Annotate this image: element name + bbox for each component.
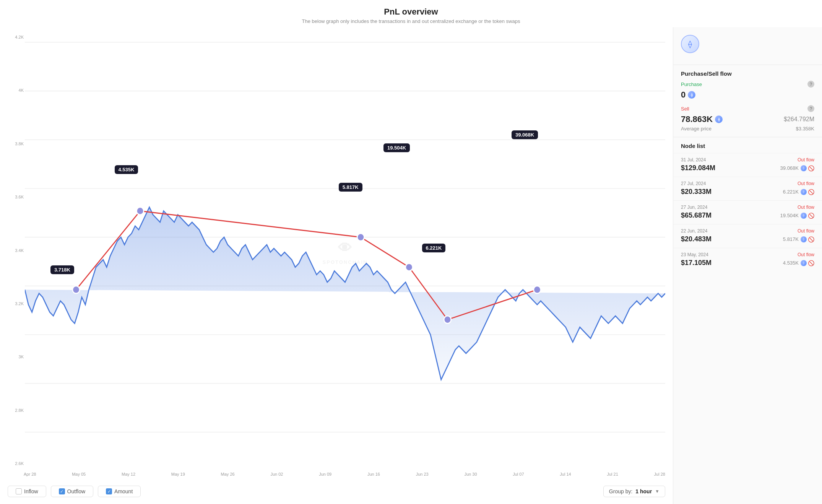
purchase-help-icon[interactable]: ?	[807, 81, 814, 88]
x-label-0: Apr 28	[24, 472, 36, 476]
avg-price-value: $3.358K	[796, 126, 814, 132]
node-date-3: 22 Jun, 2024	[681, 228, 707, 234]
node-list-section: Node list 31 Jul, 2024 Out flow $129.084…	[673, 137, 822, 272]
y-label-32k: 3.2K	[15, 301, 24, 306]
x-label-5: Jun 02	[270, 472, 283, 476]
chart-section: 4.2K 4K 3.8K 3.6K 3.4K 3.2K 3K 2.8K 2.6K	[0, 27, 673, 504]
node-item-header-0: 31 Jul, 2024 Out flow	[681, 157, 814, 163]
y-label-38k: 3.8K	[15, 141, 24, 146]
node-amount-3: $20.483M	[681, 235, 712, 243]
y-label-3k: 3K	[19, 354, 24, 359]
node-date-4: 23 May, 2024	[681, 252, 708, 257]
right-sidebar: ⟠ Purchase/Sell flow Purchase ? 0 ⟠ Sell…	[673, 27, 822, 504]
inflow-toggle[interactable]: Inflow	[8, 486, 46, 497]
x-label-1: May 05	[72, 472, 86, 476]
node-item-bottom-4: $17.105M 4.535K⟠ 🚫	[681, 259, 814, 267]
page-title: PnL overview	[0, 7, 822, 17]
x-label-13: Jul 28	[654, 472, 665, 476]
chart-controls: Inflow ✓ Outflow ✓ Amount Group by: 1 ho…	[4, 481, 669, 500]
sell-value-row: 78.863K ⟠ $264.792M	[681, 114, 814, 124]
node-item-header-4: 23 May, 2024 Out flow	[681, 252, 814, 257]
y-axis-labels: 4.2K 4K 3.8K 3.6K 3.4K 3.2K 3K 2.8K 2.6K	[8, 35, 24, 466]
page-subtitle: The below graph only includes the transa…	[0, 18, 822, 24]
inflow-checkbox	[16, 488, 22, 494]
node-item-bottom-2: $65.687M 19.504K⟠ 🚫	[681, 211, 814, 219]
purchase-value: 0 ⟠	[681, 90, 814, 100]
x-label-10: Jul 07	[513, 472, 524, 476]
y-label-36k: 3.6K	[15, 195, 24, 199]
node-amount-1: $20.333M	[681, 188, 712, 196]
node-eth-3: 5.817K⟠ 🚫	[783, 236, 814, 242]
node-amount-4: $17.105M	[681, 259, 712, 267]
node-list-container: 31 Jul, 2024 Out flow $129.084M 39.068K⟠…	[673, 153, 822, 272]
group-by-value: 1 hour	[635, 488, 652, 494]
node-eth-0: 39.068K⟠ 🚫	[780, 165, 814, 171]
outflow-checkbox: ✓	[59, 488, 65, 494]
x-label-2: May 12	[122, 472, 135, 476]
eye-slash-icon-2[interactable]: 🚫	[808, 213, 814, 219]
x-label-8: Jun 23	[416, 472, 429, 476]
y-label-26k: 2.6K	[15, 461, 24, 466]
y-label-34k: 3.4K	[15, 248, 24, 253]
node-item-4: 23 May, 2024 Out flow $17.105M 4.535K⟠ 🚫	[673, 248, 822, 272]
sell-usd-value: $264.792M	[784, 116, 814, 123]
x-label-11: Jul 14	[560, 472, 571, 476]
node-flow-3: Out flow	[798, 228, 814, 234]
group-by-label: Group by:	[609, 488, 632, 494]
y-label-4k: 4K	[19, 88, 24, 93]
amount-check-mark: ✓	[107, 489, 111, 494]
eye-slash-icon-4[interactable]: 🚫	[808, 260, 814, 266]
node-item-bottom-0: $129.084M 39.068K⟠ 🚫	[681, 164, 814, 172]
node-list-title: Node list	[673, 137, 822, 153]
node-date-0: 31 Jul, 2024	[681, 157, 706, 163]
node-item-2: 27 Jun, 2024 Out flow $65.687M 19.504K⟠ …	[673, 200, 822, 224]
avg-price-label: Average price	[681, 126, 712, 132]
sell-value: 78.863K ⟠	[681, 114, 723, 124]
eye-slash-icon-1[interactable]: 🚫	[808, 189, 814, 195]
x-axis-labels: Apr 28 May 05 May 12 May 19 May 26 Jun 0…	[8, 470, 665, 476]
node-flow-1: Out flow	[798, 181, 814, 186]
eye-slash-icon-0[interactable]: 🚫	[808, 165, 814, 171]
x-label-12: Jul 21	[607, 472, 618, 476]
svg-point-17	[406, 263, 413, 271]
sidebar-header: ⟠	[673, 27, 822, 65]
node-date-2: 27 Jun, 2024	[681, 205, 707, 210]
outflow-toggle[interactable]: ✓ Outflow	[51, 486, 93, 497]
page-header: PnL overview The below graph only includ…	[0, 0, 822, 27]
avg-price-row: Average price $3.358K	[681, 126, 814, 132]
node-item-header-2: 27 Jun, 2024 Out flow	[681, 205, 814, 210]
y-label-42k: 4.2K	[15, 35, 24, 39]
chart-container: 4.2K 4K 3.8K 3.6K 3.4K 3.2K 3K 2.8K 2.6K	[8, 35, 665, 481]
sell-label: Sell ?	[681, 105, 814, 112]
svg-line-11	[361, 237, 409, 267]
eth-icon-container: ⟠	[681, 35, 699, 53]
amount-checkbox: ✓	[106, 488, 112, 494]
node-item-1: 27 Jul, 2024 Out flow $20.333M 6.221K⟠ 🚫	[673, 177, 822, 200]
dropdown-arrow-icon: ▼	[655, 489, 660, 494]
eth-icon: ⟠	[688, 39, 692, 49]
outflow-label: Outflow	[67, 488, 85, 494]
node-eth-4: 4.535K⟠ 🚫	[783, 260, 814, 266]
node-flow-0: Out flow	[798, 157, 814, 163]
svg-point-14	[73, 286, 80, 294]
svg-point-15	[136, 207, 144, 215]
x-label-3: May 19	[171, 472, 185, 476]
x-label-6: Jun 09	[319, 472, 331, 476]
node-amount-2: $65.687M	[681, 211, 712, 219]
node-item-bottom-1: $20.333M 6.221K⟠ 🚫	[681, 188, 814, 196]
svg-point-16	[357, 233, 364, 241]
node-item-header-3: 22 Jun, 2024 Out flow	[681, 228, 814, 234]
amount-toggle[interactable]: ✓ Amount	[98, 486, 141, 497]
purchase-label: Purchase ?	[681, 81, 814, 88]
group-by-select[interactable]: Group by: 1 hour ▼	[603, 486, 665, 497]
sell-help-icon[interactable]: ?	[807, 105, 814, 112]
eye-slash-icon-3[interactable]: 🚫	[808, 236, 814, 242]
node-flow-2: Out flow	[798, 205, 814, 210]
node-date-1: 27 Jul, 2024	[681, 181, 706, 186]
node-flow-4: Out flow	[798, 252, 814, 257]
svg-point-19	[534, 286, 541, 294]
node-item-0: 31 Jul, 2024 Out flow $129.084M 39.068K⟠…	[673, 153, 822, 177]
node-item-bottom-3: $20.483M 5.817K⟠ 🚫	[681, 235, 814, 243]
amount-label: Amount	[114, 488, 133, 494]
node-amount-0: $129.084M	[681, 164, 715, 172]
